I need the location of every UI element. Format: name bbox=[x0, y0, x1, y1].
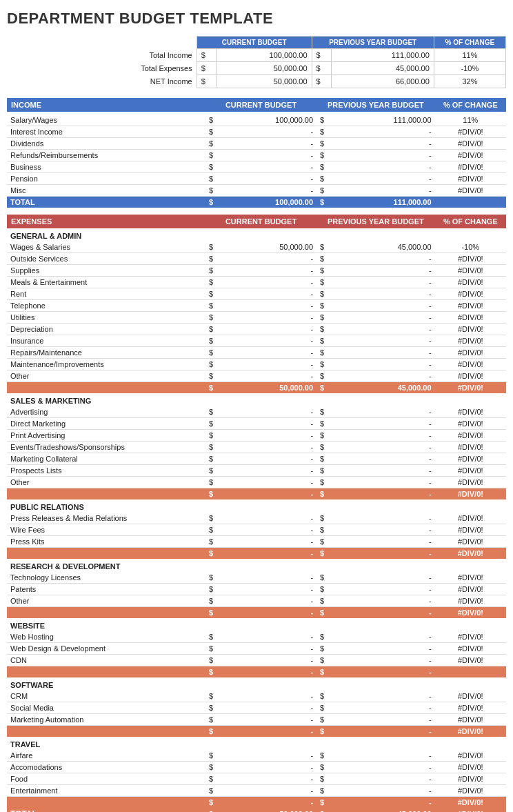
income-row-6: Misc $ - $ - #DIV/0! bbox=[7, 185, 506, 197]
expense-row-pr-0: Press Releases & Media Relations$-$-#DIV… bbox=[7, 513, 506, 524]
income-total-curr: 100,000.00 bbox=[222, 197, 316, 208]
summary-row2-dollar2: $ bbox=[312, 75, 331, 88]
income-row1-pct: #DIV/0! bbox=[435, 126, 506, 138]
expense-row-tr-1: Accomodations$-$-#DIV/0! bbox=[7, 762, 506, 773]
income-label: INCOME bbox=[7, 98, 205, 112]
expense-row-ga-0: Wages & Salaries$50,000.00$45,000.00-10% bbox=[7, 241, 506, 253]
group-header-software: SOFTWARE bbox=[7, 677, 506, 691]
group-header-pr: PUBLIC RELATIONS bbox=[7, 499, 506, 513]
income-row0-pct: 11% bbox=[435, 115, 506, 126]
income-pct-header: % OF CHANGE bbox=[435, 98, 506, 112]
subtotal-general-admin: $ 50,000.00 $ 45,000.00 #DIV/0! bbox=[7, 382, 506, 394]
expense-row-rd-0: Technology Licenses$-$-#DIV/0! bbox=[7, 572, 506, 584]
expense-row-web-1: Web Design & Development$-$-#DIV/0! bbox=[7, 643, 506, 655]
summary-row0-dollar2: $ bbox=[312, 49, 331, 62]
income-row1-curr: - bbox=[222, 126, 316, 138]
summary-row2-pct: 32% bbox=[434, 75, 505, 88]
expense-row-tr-2: Food$-$-#DIV/0! bbox=[7, 773, 506, 785]
income-row-1: Interest Income $ - $ - #DIV/0! bbox=[7, 126, 506, 138]
income-row3-label: Refunds/Reimbursements bbox=[7, 150, 205, 161]
summary-row1-dollar1: $ bbox=[197, 62, 216, 75]
income-row0-curr: 100,000.00 bbox=[222, 115, 316, 126]
expense-row-ga-2: Supplies$-$-#DIV/0! bbox=[7, 265, 506, 277]
income-total-row: TOTAL $ 100,000.00 $ 111,000.00 bbox=[7, 197, 506, 208]
income-row-2: Dividends $ - $ - #DIV/0! bbox=[7, 138, 506, 150]
expenses-table: EXPENSES CURRENT BUDGET PREVIOUS YEAR BU… bbox=[7, 215, 506, 812]
expense-row-sw-0: CRM$-$-#DIV/0! bbox=[7, 691, 506, 702]
expense-row-ga-3: Meals & Entertainment$-$-#DIV/0! bbox=[7, 277, 506, 288]
expenses-grand-total: TOTAL $ 50,000.00 $ 45,000.00 #DIV/0! bbox=[7, 808, 506, 812]
expense-row-sm-3: Events/Tradeshows/Sponsorships$-$-#DIV/0… bbox=[7, 442, 506, 453]
expense-row-ga-10: Maintenance/Improvements$-$-#DIV/0! bbox=[7, 359, 506, 370]
subtotal-rd: $ - $ - #DIV/0! bbox=[7, 607, 506, 619]
expense-row-ga-5: Telephone$-$-#DIV/0! bbox=[7, 300, 506, 312]
expense-row-sm-5: Prospects Lists$-$-#DIV/0! bbox=[7, 465, 506, 477]
income-row-0: Salary/Wages $ 100,000.00 $ 111,000.00 1… bbox=[7, 115, 506, 126]
expense-row-tr-3: Entertainment$-$-#DIV/0! bbox=[7, 785, 506, 797]
expense-row-ga-8: Insurance$-$-#DIV/0! bbox=[7, 335, 506, 347]
expense-row-web-0: Web Hosting$-$-#DIV/0! bbox=[7, 631, 506, 643]
summary-table: CURRENT BUDGET PREVIOUS YEAR BUDGET % OF… bbox=[7, 36, 506, 88]
expense-row-pr-1: Wire Fees$-$-#DIV/0! bbox=[7, 524, 506, 536]
expense-row-web-2: CDN$-$-#DIV/0! bbox=[7, 655, 506, 666]
summary-row1-pct: -10% bbox=[434, 62, 505, 75]
expense-row-sm-4: Marketing Collateral$-$-#DIV/0! bbox=[7, 453, 506, 465]
income-row2-curr: - bbox=[222, 138, 316, 150]
expenses-total-prev: 45,000.00 bbox=[333, 808, 435, 812]
income-row5-prev: - bbox=[333, 173, 435, 185]
expenses-label: EXPENSES bbox=[7, 215, 205, 228]
expense-row-ga-6: Utilities$-$-#DIV/0! bbox=[7, 312, 506, 324]
income-section-header: INCOME CURRENT BUDGET PREVIOUS YEAR BUDG… bbox=[7, 98, 506, 112]
expense-row-sm-6: Other$-$-#DIV/0! bbox=[7, 477, 506, 488]
expense-row-sw-1: Social Media$-$-#DIV/0! bbox=[7, 702, 506, 714]
expense-row-tr-0: Airfare$-$-#DIV/0! bbox=[7, 750, 506, 762]
income-row4-curr: - bbox=[222, 161, 316, 173]
income-prev-header: PREVIOUS YEAR BUDGET bbox=[316, 98, 434, 112]
income-row6-label: Misc bbox=[7, 185, 205, 197]
summary-row2-dollar1: $ bbox=[197, 75, 216, 88]
income-row0-prev: 111,000.00 bbox=[333, 115, 435, 126]
expense-row-ga-7: Depreciation$-$-#DIV/0! bbox=[7, 324, 506, 335]
expense-row-sm-2: Print Advertising$-$-#DIV/0! bbox=[7, 430, 506, 442]
subtotal-pr: $ - $ - #DIV/0! bbox=[7, 548, 506, 560]
subtotal-website: $ - $ - bbox=[7, 666, 506, 678]
group-header-rd: RESEARCH & DEVELOPMENT bbox=[7, 559, 506, 572]
income-row1-prev: - bbox=[333, 126, 435, 138]
income-row3-pct: #DIV/0! bbox=[435, 150, 506, 161]
summary-total-expenses-label: Total Expenses bbox=[7, 62, 197, 75]
expense-row-ga-1: Outside Services$-$-#DIV/0! bbox=[7, 253, 506, 265]
income-total-label: TOTAL bbox=[7, 197, 205, 208]
income-row0-label: Salary/Wages bbox=[7, 115, 205, 126]
expense-row-rd-1: Patents$-$-#DIV/0! bbox=[7, 584, 506, 595]
expenses-section-header: EXPENSES CURRENT BUDGET PREVIOUS YEAR BU… bbox=[7, 215, 506, 228]
income-row6-pct: #DIV/0! bbox=[435, 185, 506, 197]
summary-row1-dollar2: $ bbox=[312, 62, 331, 75]
subtotal-software: $ - $ - #DIV/0! bbox=[7, 726, 506, 737]
summary-row0-prev: 111,000.00 bbox=[332, 49, 434, 62]
expenses-pct-header: % OF CHANGE bbox=[435, 215, 506, 228]
summary-row1-curr: 50,000.00 bbox=[217, 62, 312, 75]
income-row5-curr: - bbox=[222, 173, 316, 185]
expense-row-sm-0: Advertising$-$-#DIV/0! bbox=[7, 406, 506, 418]
summary-pct-header: % OF CHANGE bbox=[434, 37, 505, 49]
expenses-curr-header: CURRENT BUDGET bbox=[205, 215, 316, 228]
income-row-5: Pension $ - $ - #DIV/0! bbox=[7, 173, 506, 185]
expense-row-rd-2: Other$-$-#DIV/0! bbox=[7, 595, 506, 607]
income-row2-prev: - bbox=[333, 138, 435, 150]
subtotal-sales-marketing: $ - $ - #DIV/0! bbox=[7, 488, 506, 500]
income-total-prev: 111,000.00 bbox=[333, 197, 435, 208]
expense-row-ga-4: Rent$-$-#DIV/0! bbox=[7, 288, 506, 300]
summary-row0-pct: 11% bbox=[434, 49, 505, 62]
group-header-travel: TRAVEL bbox=[7, 737, 506, 750]
summary-row0-dollar1: $ bbox=[197, 49, 216, 62]
income-curr-header: CURRENT BUDGET bbox=[205, 98, 316, 112]
summary-row2-curr: 50,000.00 bbox=[217, 75, 312, 88]
income-row1-label: Interest Income bbox=[7, 126, 205, 138]
expense-row-ga-11: Other$-$-#DIV/0! bbox=[7, 370, 506, 382]
expense-row-ga-9: Repairs/Maintenance$-$-#DIV/0! bbox=[7, 347, 506, 359]
summary-prev-header: PREVIOUS YEAR BUDGET bbox=[312, 37, 434, 49]
expense-row-sm-1: Direct Marketing$-$-#DIV/0! bbox=[7, 418, 506, 430]
income-row5-pct: #DIV/0! bbox=[435, 173, 506, 185]
summary-row0-curr: 100,000.00 bbox=[217, 49, 312, 62]
income-total-pct bbox=[435, 197, 506, 208]
